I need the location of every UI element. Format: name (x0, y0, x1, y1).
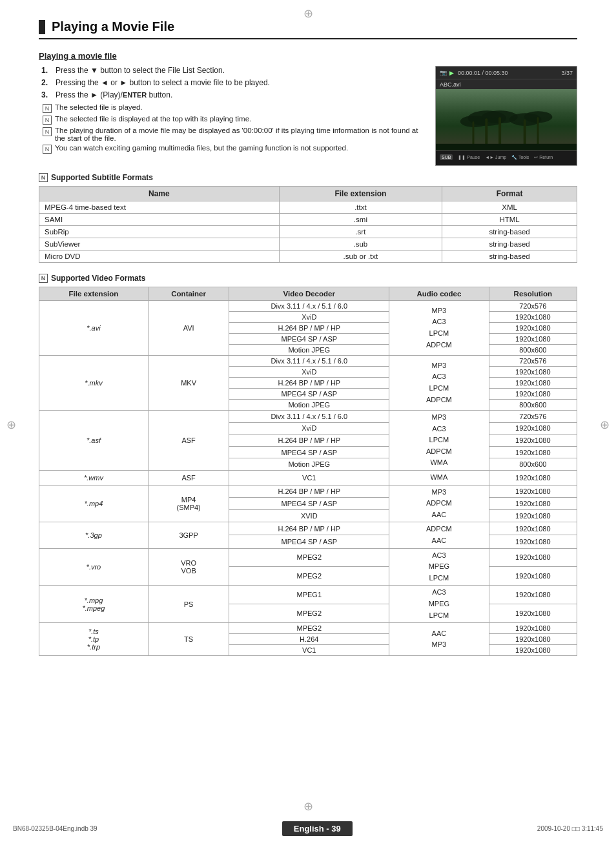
tv-return-label: ↩ Return (534, 155, 553, 160)
subtitle-cell-2: HTML (442, 214, 577, 226)
video-cell-decoder: Divx 3.11 / 4.x / 5.1 / 6.0 (229, 356, 389, 367)
video-cell-decoder: MPEG2 (229, 623, 389, 634)
footer-page-number: English - 39 (282, 821, 353, 836)
video-col-decoder: Video Decoder (229, 287, 389, 301)
video-cell-audio: AC3 MPEG LPCM (389, 586, 489, 623)
video-cell-decoder: H.264 BP / MP / HP (229, 522, 389, 535)
video-row: *.ts *.tp *.trpTSMPEG2AAC MP31920x1080 (39, 623, 577, 634)
tv-bottombar: SUB ❚❚ Pause ◄► Jump 🔧 Tools ↩ Return (436, 150, 577, 163)
video-cell-audio: MP3 AC3 LPCM ADPCM (389, 356, 489, 411)
page-footer: BN68-02325B-04Eng.indb 39 English - 39 2… (0, 821, 616, 836)
video-cell-ext: *.mp4 (39, 485, 149, 522)
video-cell-ext: *.3gp (39, 522, 149, 548)
video-cell-audio: AAC MP3 (389, 623, 489, 656)
video-cell-resolution: 720x576 (489, 356, 577, 367)
video-cell-ext: *.wmv (39, 470, 149, 485)
video-cell-resolution: 1920x1080 (489, 497, 577, 509)
video-cell-ext: *.mpg *.mpeg (39, 586, 149, 623)
video-heading-label: Supported Video Formats (51, 274, 145, 283)
video-row: *.mp4MP4 (SMP4)H.264 BP / MP / HPMP3 ADP… (39, 485, 577, 497)
tv-jump-label: ◄► Jump (485, 155, 506, 159)
video-cell-resolution: 800x600 (489, 458, 577, 471)
video-cell-resolution: 1920x1080 (489, 422, 577, 435)
video-cell-audio: MP3 AC3 LPCM ADPCM (389, 301, 489, 356)
tv-counter: 3/37 (561, 70, 573, 76)
video-cell-resolution: 1920x1080 (489, 312, 577, 323)
step-2-text: Pressing the ◄ or ► button to select a m… (56, 78, 270, 87)
subtitle-col-format: Format (442, 187, 577, 201)
note-2-icon: N (43, 116, 52, 125)
tv-camera-icon: 📷 (440, 70, 447, 76)
video-cell-decoder: MPEG4 SP / ASP (229, 334, 389, 345)
video-cell-resolution: 1920x1080 (489, 510, 577, 522)
video-cell-resolution: 1920x1080 (489, 535, 577, 548)
tv-tools-label: 🔧 Tools (511, 155, 529, 160)
video-table: File extension Container Video Decoder A… (39, 287, 577, 656)
subtitle-cell-1: .smi (279, 214, 442, 226)
video-cell-ext: *.avi (39, 301, 149, 356)
video-cell-ext: *.ts *.tp *.trp (39, 623, 149, 656)
video-cell-decoder: Motion JPEG (229, 458, 389, 471)
step-1-num: 1. (41, 66, 52, 75)
subtitle-table: Name File extension Format MPEG-4 time-b… (39, 186, 577, 263)
section-title-bar: Playing a Movie File (39, 19, 577, 39)
tv-screenshot: 📷 ▶ 00:00:01 / 00:05:30 3/37 ABC.avi (435, 66, 577, 166)
video-cell-container: MP4 (SMP4) (148, 485, 229, 522)
left-crosshair: ⊕ (6, 418, 16, 432)
note-3-text: The playing duration of a movie file may… (55, 127, 422, 142)
video-cell-container: ASF (148, 411, 229, 471)
video-cell-decoder: Divx 3.11 / 4.x / 5.1 / 6.0 (229, 411, 389, 423)
top-crosshair: ⊕ (303, 6, 313, 21)
subtitle-heading-label: Supported Subtitle Formats (51, 173, 153, 182)
video-formats-section: N Supported Video Formats File extension… (39, 273, 577, 656)
subtitle-cell-0: Micro DVD (39, 251, 280, 263)
video-row: *.3gp3GPPH.264 BP / MP / HPADPCM AAC1920… (39, 522, 577, 535)
subtitle-cell-1: .sub (279, 238, 442, 251)
video-cell-container: PS (148, 586, 229, 623)
video-cell-resolution: 1920x1080 (489, 367, 577, 378)
video-cell-decoder: MPEG1 (229, 586, 389, 604)
video-cell-resolution: 1920x1080 (489, 634, 577, 645)
video-row: *.asfASFDivx 3.11 / 4.x / 5.1 / 6.0MP3 A… (39, 411, 577, 423)
svg-rect-10 (436, 144, 577, 150)
video-cell-resolution: 720x576 (489, 411, 577, 423)
subtitle-row: SubViewer.substring-based (39, 238, 577, 251)
notes-list: N The selected file is played. N The sel… (39, 103, 422, 154)
video-cell-resolution: 800x600 (489, 400, 577, 411)
video-cell-decoder: VC1 (229, 470, 389, 485)
right-crosshair: ⊕ (600, 418, 610, 432)
footer-doc-id: BN68-02325B-04Eng.indb 39 (13, 825, 98, 832)
tv-time-display: 00:00:01 / 00:05:30 (458, 70, 561, 76)
video-header-row: File extension Container Video Decoder A… (39, 287, 577, 301)
subtitle-cell-1: .srt (279, 226, 442, 238)
subtitle-row: Micro DVD.sub or .txtstring-based (39, 251, 577, 263)
note-3: N The playing duration of a movie file m… (39, 127, 422, 142)
video-cell-resolution: 1920x1080 (489, 485, 577, 497)
subtitle-note-icon: N (39, 173, 48, 182)
video-cell-decoder: Motion JPEG (229, 345, 389, 356)
subtitle-formats-section: N Supported Subtitle Formats Name File e… (39, 172, 577, 263)
subsection-heading: Playing a movie file (39, 51, 577, 61)
tv-play-icon: ▶ (449, 70, 454, 76)
video-cell-resolution: 1920x1080 (489, 323, 577, 334)
title-accent-bar (39, 20, 45, 34)
page: ⊕ ⊕ ⊕ Playing a Movie File Playing a mov… (0, 0, 616, 849)
video-cell-resolution: 1920x1080 (489, 586, 577, 604)
video-cell-resolution: 1920x1080 (489, 435, 577, 447)
subtitle-cell-2: string-based (442, 238, 577, 251)
video-cell-ext: *.asf (39, 411, 149, 471)
video-cell-resolution: 800x600 (489, 345, 577, 356)
video-cell-resolution: 1920x1080 (489, 645, 577, 656)
note-2-text: The selected file is displayed at the to… (55, 115, 251, 123)
step-3: 3. Press the ► (Play)/ENTER button. (39, 90, 422, 99)
video-cell-decoder: XviD (229, 422, 389, 435)
video-cell-container: AVI (148, 301, 229, 356)
subtitle-cell-0: SubViewer (39, 238, 280, 251)
video-row: *.wmvASFVC1WMA1920x1080 (39, 470, 577, 485)
video-cell-decoder: H.264 BP / MP / HP (229, 378, 389, 389)
subtitle-cell-0: SubRip (39, 226, 280, 238)
video-row: *.mkvMKVDivx 3.11 / 4.x / 5.1 / 6.0MP3 A… (39, 356, 577, 367)
note-3-icon: N (43, 127, 52, 136)
video-cell-decoder: VC1 (229, 645, 389, 656)
video-cell-resolution: 1920x1080 (489, 522, 577, 535)
